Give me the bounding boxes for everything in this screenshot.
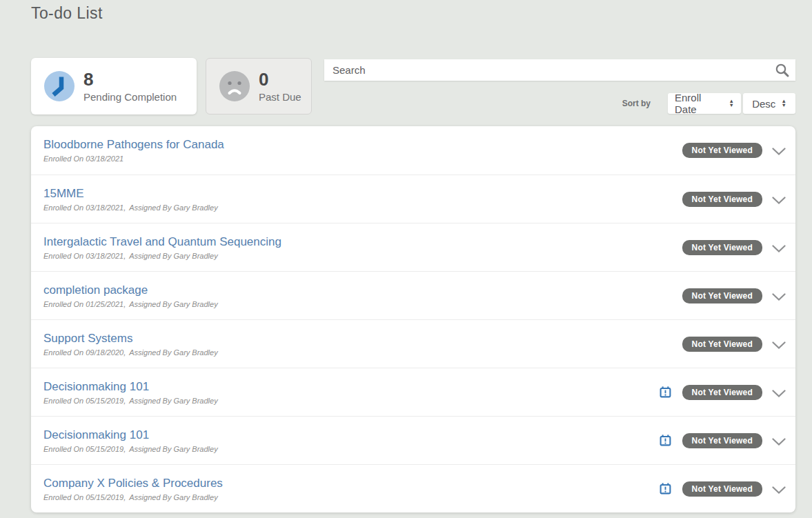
sort-field-value: Enroll Date <box>675 92 724 115</box>
pending-completion-text: 8 Pending Completion <box>83 70 177 103</box>
sad-face-icon <box>219 71 250 101</box>
course-row-actions: Not Yet Viewed <box>682 240 786 255</box>
course-row: Intergalactic Travel and Quantum Sequenc… <box>31 223 795 271</box>
assigned-by-text: Assigned By Gary Bradley <box>129 493 217 501</box>
pending-completion-card: 8 Pending Completion <box>31 58 197 114</box>
course-row: Bloodborne Pathogens for Canada Enrolled… <box>31 126 795 175</box>
enrolled-on-text: Enrolled On 01/25/2021, <box>43 300 126 308</box>
chevron-down-icon[interactable] <box>772 437 786 445</box>
course-row-actions: Not Yet Viewed <box>660 433 786 448</box>
course-info: Company X Policies & Procedures Enrolled… <box>43 477 660 501</box>
clock-icon <box>44 71 75 101</box>
past-due-text: 0 Past Due <box>259 70 301 103</box>
assigned-by-text: Assigned By Gary Bradley <box>129 397 217 405</box>
chevron-down-icon[interactable] <box>772 195 786 203</box>
course-meta: Enrolled On 05/15/2019,Assigned By Gary … <box>43 493 660 501</box>
enrolled-on-text: Enrolled On 09/18/2020, <box>43 348 126 357</box>
sort-field-spinner-icon: ▲▼ <box>729 99 734 108</box>
page-title: To-do List <box>31 4 103 23</box>
sort-direction-select[interactable]: Desc ▲▼ <box>743 93 795 114</box>
assigned-by-text: Assigned By Gary Bradley <box>129 445 217 453</box>
chevron-down-icon[interactable] <box>772 146 786 155</box>
due-date-alert-icon <box>660 483 671 495</box>
status-badge: Not Yet Viewed <box>682 481 762 497</box>
sort-by-label: Sort by <box>622 99 651 108</box>
status-badge: Not Yet Viewed <box>682 385 762 400</box>
course-row: Decisionmaking 101 Enrolled On 05/15/201… <box>31 416 795 464</box>
course-title-link[interactable]: Bloodborne Pathogens for Canada <box>43 138 682 152</box>
due-date-alert-icon <box>660 386 671 398</box>
course-title-link[interactable]: Company X Policies & Procedures <box>43 477 660 490</box>
assigned-by-text: Assigned By Gary Bradley <box>129 300 217 308</box>
course-info: Bloodborne Pathogens for Canada Enrolled… <box>43 138 682 163</box>
past-due-count: 0 <box>259 70 301 88</box>
course-title-link[interactable]: Decisionmaking 101 <box>43 428 660 442</box>
course-title-link[interactable]: Decisionmaking 101 <box>43 380 660 394</box>
course-title-link[interactable]: Intergalactic Travel and Quantum Sequenc… <box>43 235 682 249</box>
status-badge: Not Yet Viewed <box>682 337 762 352</box>
past-due-card: 0 Past Due <box>206 58 312 114</box>
enrolled-on-text: Enrolled On 05/15/2019, <box>43 397 126 405</box>
status-badge: Not Yet Viewed <box>682 240 762 255</box>
course-info: 15MME Enrolled On 03/18/2021,Assigned By… <box>43 187 682 212</box>
course-meta: Enrolled On 05/15/2019,Assigned By Gary … <box>43 445 660 453</box>
past-due-label: Past Due <box>259 91 301 103</box>
course-row: completion package Enrolled On 01/25/202… <box>31 271 795 319</box>
course-meta: Enrolled On 03/18/2021 <box>43 155 682 163</box>
assigned-by-text: Assigned By Gary Bradley <box>129 252 217 260</box>
chevron-down-icon[interactable] <box>772 340 786 348</box>
status-badge: Not Yet Viewed <box>682 143 762 158</box>
chevron-down-icon[interactable] <box>772 292 786 300</box>
status-badge: Not Yet Viewed <box>682 288 762 303</box>
course-meta: Enrolled On 01/25/2021,Assigned By Gary … <box>43 300 682 308</box>
status-badge: Not Yet Viewed <box>682 433 762 448</box>
status-badge: Not Yet Viewed <box>682 192 762 207</box>
course-info: Decisionmaking 101 Enrolled On 05/15/201… <box>43 380 660 405</box>
course-row: 15MME Enrolled On 03/18/2021,Assigned By… <box>31 175 795 223</box>
course-title-link[interactable]: 15MME <box>43 187 682 201</box>
course-title-link[interactable]: Support Systems <box>43 332 682 346</box>
sort-direction-value: Desc <box>752 98 775 110</box>
course-row-actions: Not Yet Viewed <box>660 385 786 400</box>
enrolled-on-text: Enrolled On 03/18/2021 <box>43 155 123 163</box>
chevron-down-icon[interactable] <box>772 485 786 493</box>
course-row-actions: Not Yet Viewed <box>682 143 786 158</box>
assigned-by-text: Assigned By Gary Bradley <box>129 203 217 212</box>
pending-label: Pending Completion <box>83 91 177 103</box>
sort-direction-spinner-icon: ▲▼ <box>781 99 786 108</box>
course-row: Support Systems Enrolled On 09/18/2020,A… <box>31 319 795 368</box>
sort-controls: Sort by Enroll Date ▲▼ Desc ▲▼ <box>622 93 795 114</box>
course-meta: Enrolled On 03/18/2021,Assigned By Gary … <box>43 203 682 212</box>
course-row-actions: Not Yet Viewed <box>682 288 786 303</box>
course-row: Company X Policies & Procedures Enrolled… <box>31 464 795 512</box>
search-bar <box>324 59 795 81</box>
sort-field-select[interactable]: Enroll Date ▲▼ <box>668 93 741 114</box>
todo-course-list: Bloodborne Pathogens for Canada Enrolled… <box>31 126 795 512</box>
course-info: Decisionmaking 101 Enrolled On 05/15/201… <box>43 428 660 453</box>
chevron-down-icon[interactable] <box>772 388 786 397</box>
enrolled-on-text: Enrolled On 03/18/2021, <box>43 252 126 260</box>
course-row-actions: Not Yet Viewed <box>682 192 786 207</box>
course-info: Intergalactic Travel and Quantum Sequenc… <box>43 235 682 260</box>
chevron-down-icon[interactable] <box>772 243 786 252</box>
search-icon[interactable] <box>775 63 790 78</box>
due-date-alert-icon <box>660 435 671 446</box>
course-meta: Enrolled On 09/18/2020,Assigned By Gary … <box>43 348 682 357</box>
course-meta: Enrolled On 03/18/2021,Assigned By Gary … <box>43 252 682 260</box>
course-info: Support Systems Enrolled On 09/18/2020,A… <box>43 332 682 357</box>
course-row: Decisionmaking 101 Enrolled On 05/15/201… <box>31 368 795 416</box>
enrolled-on-text: Enrolled On 05/15/2019, <box>43 493 126 501</box>
course-meta: Enrolled On 05/15/2019,Assigned By Gary … <box>43 397 660 405</box>
pending-count: 8 <box>83 70 177 88</box>
search-input[interactable] <box>324 59 775 81</box>
course-row-actions: Not Yet Viewed <box>682 337 786 352</box>
enrolled-on-text: Enrolled On 05/15/2019, <box>43 445 126 453</box>
course-title-link[interactable]: completion package <box>43 283 682 297</box>
enrolled-on-text: Enrolled On 03/18/2021, <box>43 203 126 212</box>
course-info: completion package Enrolled On 01/25/202… <box>43 283 682 308</box>
assigned-by-text: Assigned By Gary Bradley <box>129 348 217 357</box>
course-row-actions: Not Yet Viewed <box>660 481 786 497</box>
